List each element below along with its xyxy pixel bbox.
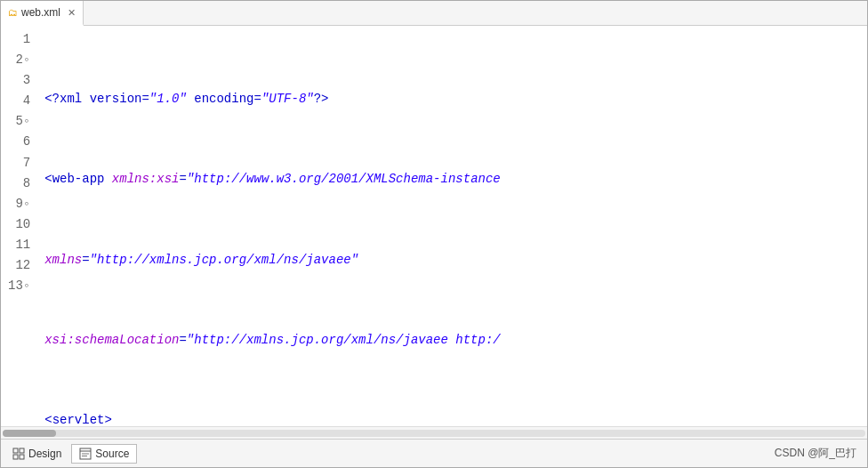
design-icon: [12, 448, 25, 460]
code-line-5: <servlet>: [44, 410, 867, 426]
editor-tab[interactable]: 🗂 web.xml ✕: [1, 1, 84, 26]
scrollbar-track[interactable]: [3, 430, 865, 437]
svg-rect-3: [20, 455, 24, 459]
code-line-2: <web-app xmlns:xsi="http://www.w3.org/20…: [44, 169, 867, 190]
xml-file-icon: 🗂: [8, 7, 18, 18]
source-icon: [79, 448, 92, 460]
close-tab-button[interactable]: ✕: [68, 7, 76, 19]
scrollbar-thumb[interactable]: [3, 430, 56, 437]
tab-source[interactable]: Source: [71, 444, 137, 464]
tab-label: web.xml: [21, 6, 60, 19]
code-content: 1 2◦ 3 4 5◦ 6 7 8 9◦ 10 11 12 13◦ <?xml …: [1, 26, 867, 426]
tab-bar: 🗂 web.xml ✕: [1, 1, 867, 26]
svg-rect-0: [13, 448, 18, 453]
svg-rect-2: [13, 455, 18, 459]
tab-design[interactable]: Design: [4, 444, 69, 464]
code-line-1: <?xml version="1.0" encoding="UTF-8"?>: [44, 89, 867, 109]
horizontal-scrollbar[interactable]: [1, 426, 867, 439]
status-text: CSDN @阿_巴打: [775, 446, 864, 461]
design-tab-label: Design: [28, 448, 61, 460]
code-line-3: xmlns="http://xmlns.jcp.org/xml/ns/javae…: [44, 250, 867, 270]
bottom-bar: Design Source CSDN @阿_巴打: [1, 439, 867, 467]
bottom-tabs: Design Source: [4, 444, 137, 464]
source-tab-label: Source: [95, 448, 129, 460]
editor-container: 🗂 web.xml ✕ 1 2◦ 3 4 5◦ 6 7 8 9◦ 10 11 1…: [0, 0, 868, 468]
code-lines: <?xml version="1.0" encoding="UTF-8"?> <…: [37, 26, 867, 426]
code-line-4: xsi:schemaLocation="http://xmlns.jcp.org…: [44, 330, 867, 351]
line-numbers: 1 2◦ 3 4 5◦ 6 7 8 9◦ 10 11 12 13◦: [1, 26, 37, 426]
code-area: 1 2◦ 3 4 5◦ 6 7 8 9◦ 10 11 12 13◦ <?xml …: [1, 26, 867, 439]
svg-rect-1: [20, 448, 24, 453]
